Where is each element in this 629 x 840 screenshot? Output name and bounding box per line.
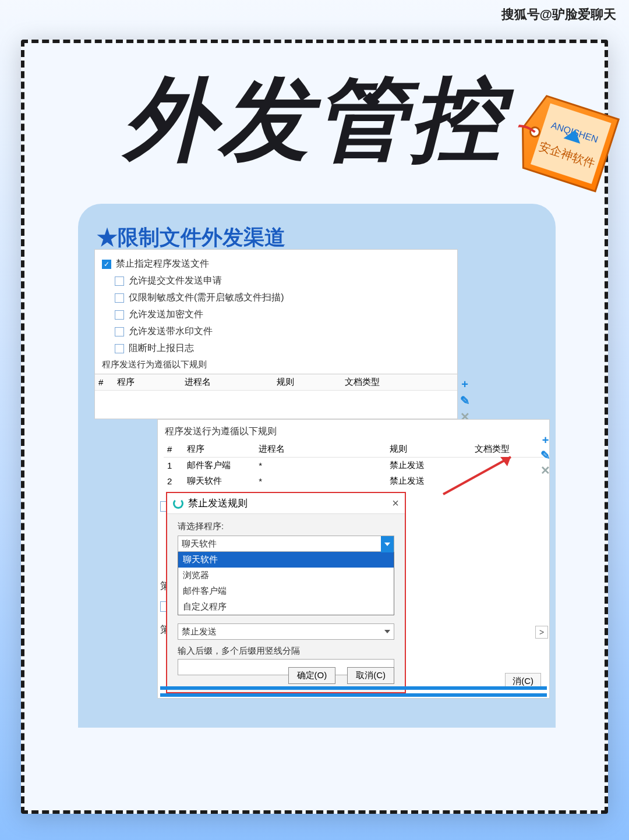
- combo-option[interactable]: 浏览器: [178, 568, 394, 583]
- checkbox-icon: [115, 327, 124, 336]
- rules-panel: 程序发送行为遵循以下规则 # 程序 进程名 规则 文档类型 1 邮件客户端 * …: [157, 419, 550, 699]
- checkbox-label: 禁止指定程序发送文件: [116, 258, 209, 270]
- col-doctype[interactable]: 文档类型: [341, 374, 457, 391]
- label-choose-program: 请选择程序:: [178, 521, 394, 532]
- chevron-down-icon: [384, 630, 390, 633]
- page-title: 外发管控: [48, 58, 581, 182]
- checkbox-icon: [115, 277, 124, 286]
- add-rule-icon[interactable]: +: [461, 378, 468, 391]
- dialog-title: 禁止发送规则: [188, 497, 248, 510]
- dialog-icon: [173, 498, 183, 509]
- checkbox-icon: [115, 293, 124, 303]
- checkbox-label: 允许提交文件发送申请: [129, 275, 222, 287]
- ok-button[interactable]: 确定(O): [288, 667, 336, 684]
- checkbox-icon: [115, 310, 124, 320]
- check-allow-request[interactable]: 允许提交文件发送申请: [115, 272, 450, 289]
- chevron-down-icon[interactable]: [381, 536, 394, 552]
- combo-option[interactable]: 聊天软件: [178, 552, 394, 568]
- scroll-right-button[interactable]: >: [535, 626, 548, 639]
- rules-caption: 程序发送行为遵循以下规则: [102, 359, 450, 370]
- rule-select[interactable]: 禁止发送: [178, 623, 394, 640]
- annotation-arrow-icon: [435, 453, 517, 500]
- combo-dropdown-list: 聊天软件 浏览器 邮件客户端 自定义程序: [178, 552, 394, 615]
- svg-line-5: [443, 457, 511, 494]
- col-process[interactable]: 进程名: [255, 441, 386, 458]
- col-program[interactable]: 程序: [183, 441, 256, 458]
- edit-rule-icon[interactable]: ✎: [460, 394, 470, 407]
- combo-option[interactable]: 自定义程序: [178, 599, 394, 615]
- check-log-on-block[interactable]: 阻断时上报日志: [115, 340, 450, 357]
- col-program[interactable]: 程序: [114, 374, 181, 391]
- rules-table-empty: # 程序 进程名 规则 文档类型: [95, 374, 457, 391]
- feature-card: ★限制文件外发渠道 禁止指定程序发送文件 允许提交文件发送申请 仅限制敏感文件(…: [78, 204, 556, 728]
- checkbox-label: 允许发送带水印文件: [129, 325, 213, 338]
- paper-frame: 外发管控 ANQISHEN 安企神软件 ★限制文件外发渠道 禁止指定程序发: [21, 40, 608, 814]
- col-rule[interactable]: 规则: [273, 374, 341, 391]
- checkbox-label: 阻断时上报日志: [129, 342, 194, 355]
- checkbox-panel: 禁止指定程序发送文件 允许提交文件发送申请 仅限制敏感文件(需开启敏感文件扫描)…: [94, 249, 458, 419]
- delete-rule-icon[interactable]: ✕: [540, 463, 550, 477]
- table-tools: + ✎ ✕: [458, 378, 471, 424]
- checkbox-label: 仅限制敏感文件(需开启敏感文件扫描): [129, 292, 284, 304]
- col-index[interactable]: #: [164, 441, 183, 458]
- check-allow-watermark[interactable]: 允许发送带水印文件: [115, 323, 450, 340]
- combo-selected-value: 聊天软件: [182, 538, 217, 550]
- col-index[interactable]: #: [95, 374, 114, 391]
- col-process[interactable]: 进程名: [181, 374, 273, 391]
- check-sensitive-only[interactable]: 仅限制敏感文件(需开启敏感文件扫描): [115, 289, 450, 306]
- program-combobox[interactable]: 聊天软件 聊天软件 浏览器 邮件客户端 自定义程序: [178, 536, 394, 615]
- suffix-hint: 输入后缀，多个后缀用竖线分隔: [178, 646, 394, 657]
- add-rule-icon[interactable]: +: [542, 434, 549, 447]
- forbid-rule-dialog: 禁止发送规则 × 请选择程序: 聊天软件 聊天软件 浏览器 邮件客户端 自定义程…: [166, 492, 406, 693]
- cancel-button[interactable]: 取消(C): [347, 667, 394, 684]
- checkbox-label: 允许发送加密文件: [129, 309, 203, 321]
- check-allow-encrypted[interactable]: 允许发送加密文件: [115, 306, 450, 323]
- close-icon[interactable]: ×: [392, 497, 399, 510]
- checkbox-icon: [102, 260, 111, 269]
- rules-caption-2: 程序发送行为遵循以下规则: [164, 424, 543, 441]
- star-icon: ★: [97, 225, 118, 249]
- footer-bars: [160, 686, 547, 697]
- edit-rule-icon[interactable]: ✎: [540, 448, 550, 462]
- check-forbid-program-send[interactable]: 禁止指定程序发送文件: [102, 256, 450, 272]
- combo-option[interactable]: 邮件客户端: [178, 583, 394, 599]
- checkbox-icon: [115, 344, 124, 353]
- source-watermark: 搜狐号@驴脸爱聊天: [501, 6, 616, 23]
- rule-selected-value: 禁止发送: [182, 626, 217, 637]
- table-tools-2: + ✎ ✕: [540, 434, 550, 477]
